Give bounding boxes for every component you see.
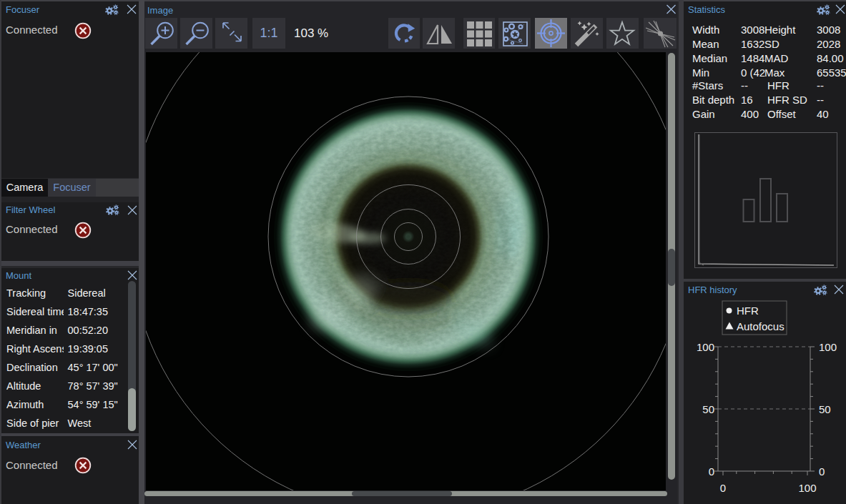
svg-text:0: 0 [819,465,825,478]
svg-text:50: 50 [819,403,831,415]
svg-text:50: 50 [702,403,714,415]
svg-text:0: 0 [709,465,714,478]
svg-text:Autofocus: Autofocus [737,320,784,332]
svg-text:100: 100 [697,341,714,353]
svg-text:100: 100 [819,341,837,353]
svg-text:100: 100 [798,482,816,494]
svg-text:0: 0 [720,482,726,494]
svg-text:HFR: HFR [737,305,759,317]
